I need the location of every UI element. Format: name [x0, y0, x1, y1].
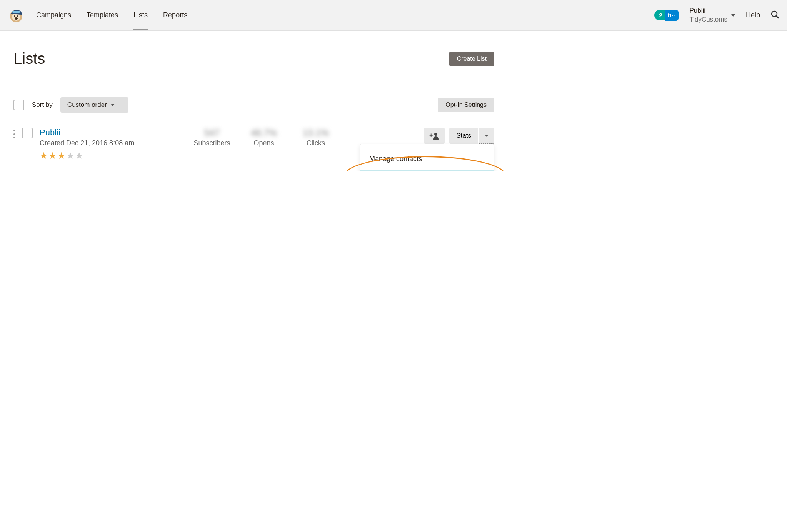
- nav-templates[interactable]: Templates: [87, 0, 118, 30]
- page-content: Lists Create List Sort by Custom order O…: [0, 31, 508, 171]
- chimp-icon: [8, 7, 25, 24]
- badge-count: 2: [654, 10, 665, 20]
- svg-point-9: [434, 133, 437, 136]
- nav-campaigns[interactable]: Campaigns: [36, 0, 71, 30]
- list-info: Publii Created Dec 21, 2016 8:08 am ★ ★ …: [40, 128, 186, 161]
- metric-clicks: 13.1% Clicks: [297, 128, 335, 147]
- dropdown-manage-contacts[interactable]: Manage contacts: [360, 148, 494, 170]
- optin-settings-button[interactable]: Opt-In Settings: [438, 98, 494, 112]
- svg-rect-2: [12, 11, 20, 13]
- page-title: Lists: [13, 50, 45, 67]
- create-list-button[interactable]: Create List: [449, 52, 494, 66]
- badge-suffix: ti··: [665, 10, 679, 21]
- sort-label: Sort by: [32, 101, 53, 109]
- metric-label: Opens: [253, 139, 274, 147]
- sort-value: Custom order: [67, 101, 107, 109]
- account-text: Publii TidyCustoms: [689, 7, 727, 23]
- stats-button[interactable]: Stats: [449, 128, 478, 144]
- metric-opens: 48.7% Opens: [245, 128, 283, 147]
- main-nav: Campaigns Templates Lists Reports: [36, 0, 654, 30]
- svg-point-5: [15, 17, 18, 20]
- search-icon[interactable]: [771, 10, 779, 20]
- star-icon: ★: [75, 150, 83, 161]
- drag-handle-icon[interactable]: [13, 128, 15, 138]
- star-icon: ★: [48, 150, 57, 161]
- help-link[interactable]: Help: [746, 11, 760, 19]
- list-actions-dropdown: Manage contacts Signup forms Settings Im…: [360, 144, 494, 171]
- mailchimp-logo[interactable]: [8, 7, 25, 24]
- dropdown-signup-forms[interactable]: Signup forms: [360, 170, 494, 171]
- svg-text:+: +: [429, 132, 433, 138]
- list-row: Publii Created Dec 21, 2016 8:08 am ★ ★ …: [13, 120, 494, 171]
- metric-label: Clicks: [307, 139, 325, 147]
- svg-point-3: [14, 15, 15, 17]
- rating-stars: ★ ★ ★ ★ ★: [40, 150, 186, 161]
- notification-badge[interactable]: 2 ti··: [654, 10, 679, 21]
- nav-reports[interactable]: Reports: [163, 0, 187, 30]
- list-name-link[interactable]: Publii: [40, 128, 186, 138]
- account-name: Publii: [689, 7, 727, 15]
- metric-value: 547: [204, 128, 220, 138]
- header-right: 2 ti·· Publii TidyCustoms Help: [654, 7, 779, 23]
- list-created: Created Dec 21, 2016 8:08 am: [40, 139, 186, 147]
- list-toolbar: Sort by Custom order Opt-In Settings: [13, 90, 494, 120]
- metric-label: Subscribers: [193, 139, 230, 147]
- row-checkbox[interactable]: [22, 128, 33, 138]
- star-icon: ★: [40, 150, 48, 161]
- account-menu[interactable]: Publii TidyCustoms: [689, 7, 735, 23]
- star-icon: ★: [66, 150, 75, 161]
- chevron-down-icon: [731, 14, 735, 17]
- chevron-down-icon: [111, 104, 115, 106]
- nav-lists[interactable]: Lists: [133, 0, 148, 30]
- sort-select[interactable]: Custom order: [60, 97, 128, 113]
- svg-point-4: [17, 15, 18, 17]
- metric-subscribers: 547 Subscribers: [193, 128, 231, 147]
- add-person-icon: +: [429, 132, 439, 140]
- chevron-down-icon: [485, 135, 489, 137]
- row-actions: + Stats: [424, 128, 494, 144]
- page-header: Lists Create List: [13, 50, 494, 67]
- account-org: TidyCustoms: [689, 15, 727, 24]
- select-all-checkbox[interactable]: [13, 100, 24, 110]
- metric-value: 13.1%: [303, 128, 329, 138]
- metric-value: 48.7%: [251, 128, 277, 138]
- svg-line-7: [776, 16, 779, 18]
- add-contact-button[interactable]: +: [424, 128, 445, 144]
- stats-dropdown-toggle[interactable]: [479, 128, 494, 144]
- stats-button-group: Stats: [449, 128, 494, 144]
- star-icon: ★: [57, 150, 66, 161]
- app-header: Campaigns Templates Lists Reports 2 ti··…: [0, 0, 787, 31]
